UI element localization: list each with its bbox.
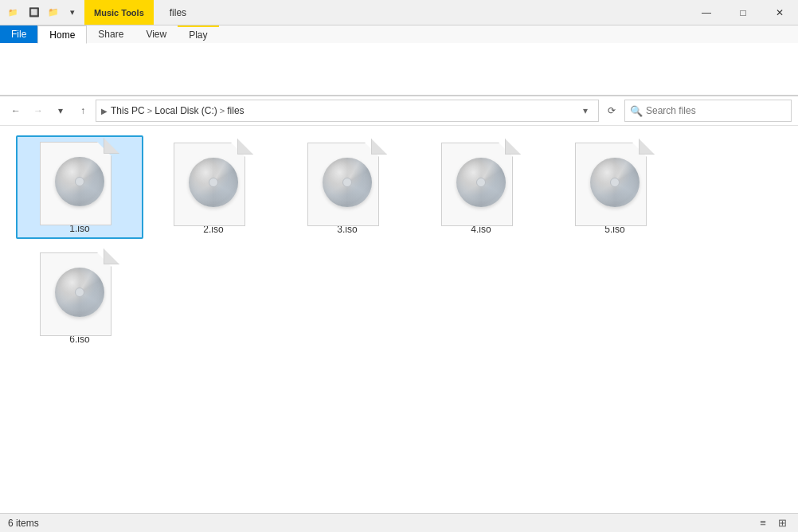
file-icon-wrapper (162, 143, 265, 222)
tab-play[interactable]: Play (178, 25, 218, 43)
file-item[interactable]: 2.iso (150, 135, 277, 239)
path-files: files (227, 105, 244, 116)
cd-disc-icon (323, 158, 372, 207)
search-box[interactable]: 🔍 (624, 100, 792, 122)
titlebar: 📁 🔲 📁 ▾ Music Tools files — □ ✕ (0, 0, 798, 25)
tab-home[interactable]: Home (37, 25, 87, 44)
cd-disc-icon (590, 158, 640, 207)
ribbon-content (0, 43, 798, 96)
search-icon: 🔍 (630, 105, 643, 117)
file-item[interactable]: 6.iso (16, 245, 143, 349)
file-icon-wrapper (28, 142, 131, 221)
file-item[interactable]: 5.iso (551, 135, 679, 239)
document-fold (104, 138, 119, 154)
document-fold (371, 139, 387, 155)
path-sep-2: > (220, 106, 225, 115)
document-icon (40, 248, 119, 336)
recent-locations-button[interactable]: ▾ (51, 101, 70, 120)
document-fold (104, 248, 119, 264)
path-root-arrow: ▶ (101, 107, 108, 115)
search-input[interactable] (646, 105, 786, 116)
document-fold (639, 139, 655, 155)
file-icon-wrapper (295, 143, 399, 222)
close-button[interactable]: ✕ (761, 0, 798, 25)
back-button[interactable]: ← (6, 101, 25, 120)
window-title: files (160, 0, 196, 25)
statusbar: 6 items ≡ ⊞ (0, 513, 798, 532)
view-large-icons-button[interactable]: ⊞ (774, 515, 790, 531)
tab-share[interactable]: Share (87, 25, 135, 43)
document-fold (505, 139, 521, 155)
qat-dropdown-btn[interactable]: ▾ (64, 4, 81, 22)
cd-hole (342, 178, 352, 187)
cd-hole (75, 177, 84, 186)
tab-file[interactable]: File (0, 25, 37, 43)
document-icon (307, 139, 387, 226)
forward-button[interactable]: → (29, 101, 48, 120)
file-item[interactable]: 3.iso (284, 135, 411, 239)
path-sep-1: > (147, 106, 152, 115)
file-area: 1.iso 2.iso 3.iso (0, 126, 798, 513)
cd-disc-icon (456, 158, 506, 207)
cd-disc-icon (55, 268, 104, 317)
refresh-button[interactable]: ⟳ (602, 101, 621, 120)
quick-access-toolbar: 🔲 📁 ▾ (25, 4, 81, 22)
cd-hole (75, 288, 84, 297)
minimize-button[interactable]: — (688, 0, 725, 25)
cd-disc-icon (55, 157, 104, 206)
file-item[interactable]: 1.iso (16, 135, 143, 239)
file-icon-wrapper (563, 143, 667, 222)
document-icon (174, 139, 253, 226)
address-dropdown-arrow[interactable]: ▾ (577, 105, 593, 116)
ribbon-tabs-top: Music Tools files (84, 0, 688, 25)
app-icon: 📁 (6, 6, 19, 19)
view-details-button[interactable]: ≡ (755, 515, 771, 531)
document-icon (40, 138, 119, 225)
item-count: 6 items (8, 518, 39, 529)
file-item[interactable]: 4.iso (417, 135, 545, 239)
contextual-tab-music-tools[interactable]: Music Tools (84, 0, 154, 25)
cd-hole (610, 178, 620, 187)
addressbar: ← → ▾ ↑ ▶ This PC > Local Disk (C:) > fi… (0, 96, 798, 126)
titlebar-icons: 📁 (6, 6, 19, 19)
view-buttons: ≡ ⊞ (755, 515, 790, 531)
document-icon (441, 139, 521, 226)
document-fold (237, 139, 253, 155)
tab-view[interactable]: View (135, 25, 178, 43)
qat-properties-btn[interactable]: 🔲 (25, 4, 43, 22)
up-button[interactable]: ↑ (73, 101, 92, 120)
qat-new-folder-btn[interactable]: 📁 (45, 4, 62, 22)
maximize-button[interactable]: □ (725, 0, 761, 25)
cd-hole (209, 178, 218, 187)
cd-hole (476, 178, 486, 187)
path-this-pc: This PC (111, 105, 145, 116)
ribbon-tabs: File Home Share View Play (0, 25, 798, 43)
titlebar-right: — □ ✕ (688, 0, 798, 25)
cd-disc-icon (189, 158, 238, 207)
address-path[interactable]: ▶ This PC > Local Disk (C:) > files ▾ (96, 100, 599, 122)
file-icon-wrapper (429, 143, 533, 222)
path-local-disk: Local Disk (C:) (155, 105, 217, 116)
document-icon (575, 139, 655, 226)
file-icon-wrapper (28, 252, 131, 332)
ribbon: File Home Share View Play (0, 25, 798, 96)
